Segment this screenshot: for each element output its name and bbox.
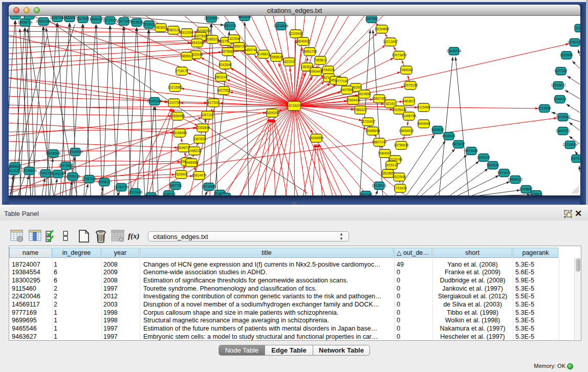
- svg-text:21035571: 21035571: [9, 16, 23, 17]
- svg-text:12939914: 12939914: [68, 150, 83, 154]
- svg-text:20910646: 20910646: [22, 16, 37, 17]
- svg-text:12213383: 12213383: [168, 85, 183, 89]
- svg-text:1640935: 1640935: [431, 128, 444, 132]
- svg-text:16154808: 16154808: [375, 27, 389, 31]
- svg-text:16033809: 16033809: [204, 16, 219, 20]
- svg-text:7857274: 7857274: [223, 24, 236, 28]
- svg-text:16210643: 16210643: [556, 115, 571, 119]
- svg-text:12353594: 12353594: [195, 126, 210, 129]
- svg-text:1615132: 1615132: [385, 163, 398, 167]
- svg-text:2718176: 2718176: [175, 69, 188, 73]
- svg-text:6794028: 6794028: [321, 68, 335, 72]
- svg-text:2803144: 2803144: [214, 75, 228, 79]
- svg-text:8938925: 8938925: [442, 134, 455, 138]
- svg-text:20691406: 20691406: [36, 19, 51, 23]
- svg-text:7515524: 7515524: [130, 20, 143, 24]
- svg-text:10025438: 10025438: [392, 108, 407, 112]
- svg-text:18640910: 18640910: [296, 39, 311, 43]
- svg-text:3875685: 3875685: [221, 50, 234, 53]
- svg-text:12975155: 12975155: [403, 83, 418, 87]
- svg-text:17957225: 17957225: [82, 177, 97, 181]
- svg-text:17942757: 17942757: [38, 171, 53, 175]
- svg-text:9329966: 9329966: [560, 53, 573, 57]
- svg-text:3267110: 3267110: [201, 113, 214, 117]
- svg-text:2896708: 2896708: [232, 45, 246, 48]
- svg-text:2935114: 2935114: [477, 156, 490, 159]
- svg-text:1044612: 1044612: [219, 195, 232, 195]
- svg-text:10807487: 10807487: [372, 97, 387, 100]
- svg-text:1322546: 1322546: [227, 37, 241, 40]
- svg-text:10120746: 10120746: [388, 158, 403, 161]
- svg-text:10756928: 10756928: [394, 143, 409, 147]
- svg-text:10958117: 10958117: [97, 180, 112, 184]
- svg-text:7485063: 7485063: [400, 68, 413, 72]
- svg-text:6879197: 6879197: [452, 142, 465, 146]
- svg-text:8813054: 8813054: [238, 16, 251, 18]
- svg-text:11124: 11124: [575, 26, 580, 30]
- svg-text:16961758: 16961758: [302, 50, 317, 53]
- svg-text:32975887: 32975887: [59, 164, 74, 167]
- svg-text:8322037: 8322037: [282, 60, 296, 63]
- svg-text:16648754: 16648754: [447, 49, 462, 53]
- svg-text:16914479: 16914479: [192, 173, 207, 177]
- svg-text:9777169: 9777169: [335, 79, 349, 83]
- svg-text:10654122: 10654122: [508, 178, 523, 181]
- svg-text:14136141: 14136141: [372, 184, 387, 187]
- svg-text:7986322: 7986322: [354, 108, 367, 112]
- svg-text:7632621: 7632621: [486, 163, 499, 167]
- svg-text:8466160: 8466160: [90, 17, 103, 21]
- svg-text:12505135: 12505135: [66, 174, 80, 178]
- svg-text:9227342: 9227342: [554, 69, 568, 73]
- svg-text:19384554: 19384554: [309, 136, 324, 140]
- svg-text:8215958: 8215958: [538, 106, 551, 110]
- svg-text:8990443: 8990443: [309, 70, 322, 73]
- svg-text:9474444: 9474444: [465, 149, 478, 152]
- svg-text:9457791: 9457791: [169, 184, 182, 187]
- svg-text:817006: 817006: [208, 101, 219, 104]
- svg-text:2087682: 2087682: [365, 17, 378, 20]
- svg-text:10688609: 10688609: [365, 129, 380, 133]
- svg-text:7515526: 7515526: [142, 23, 156, 26]
- svg-text:9135710: 9135710: [162, 192, 176, 195]
- svg-text:19166485: 19166485: [172, 131, 187, 135]
- svg-text:15716485: 15716485: [202, 185, 216, 188]
- svg-text:11495754: 11495754: [402, 114, 417, 118]
- svg-text:26053346: 26053346: [147, 99, 162, 103]
- svg-text:1167533: 1167533: [571, 157, 580, 160]
- svg-text:8960124: 8960124: [167, 28, 180, 32]
- svg-text:12923446: 12923446: [128, 190, 143, 194]
- svg-text:1244415: 1244415: [553, 97, 567, 101]
- svg-text:8427552: 8427552: [217, 89, 230, 92]
- svg-text:17016504: 17016504: [563, 143, 578, 146]
- svg-text:6497508: 6497508: [340, 88, 354, 92]
- svg-text:2522549: 2522549: [393, 175, 406, 179]
- svg-text:16543382: 16543382: [190, 41, 205, 45]
- svg-text:7625402: 7625402: [175, 172, 188, 176]
- svg-text:9327508: 9327508: [194, 34, 207, 38]
- svg-text:20206506: 20206506: [46, 151, 61, 155]
- svg-text:1092345: 1092345: [359, 193, 373, 195]
- svg-text:7663822: 7663822: [154, 26, 167, 29]
- svg-text:10671355: 10671355: [117, 19, 132, 23]
- svg-text:15692971: 15692971: [556, 129, 571, 133]
- svg-text:18807249: 18807249: [372, 140, 387, 144]
- svg-text:20364436: 20364436: [346, 98, 361, 102]
- svg-text:9084067: 9084067: [378, 151, 391, 155]
- svg-text:12325419: 12325419: [289, 32, 303, 35]
- svg-text:9115460: 9115460: [418, 105, 430, 109]
- svg-text:8454749: 8454749: [244, 48, 257, 52]
- svg-text:1588520: 1588520: [270, 55, 283, 59]
- svg-text:3913161: 3913161: [9, 169, 20, 172]
- svg-text:9245652: 9245652: [519, 187, 533, 191]
- svg-text:989662: 989662: [181, 54, 192, 58]
- svg-text:9242848: 9242848: [219, 63, 232, 67]
- svg-text:1498222: 1498222: [188, 149, 201, 152]
- svg-text:1527602: 1527602: [76, 17, 90, 20]
- svg-text:14055714: 14055714: [18, 20, 33, 24]
- svg-text:3624554: 3624554: [358, 92, 371, 96]
- svg-text:15720407: 15720407: [361, 120, 376, 123]
- svg-text:10973493: 10973493: [392, 53, 407, 57]
- svg-text:13218906: 13218906: [274, 24, 289, 28]
- svg-text:25300293: 25300293: [265, 111, 280, 115]
- svg-text:10719155: 10719155: [103, 18, 118, 22]
